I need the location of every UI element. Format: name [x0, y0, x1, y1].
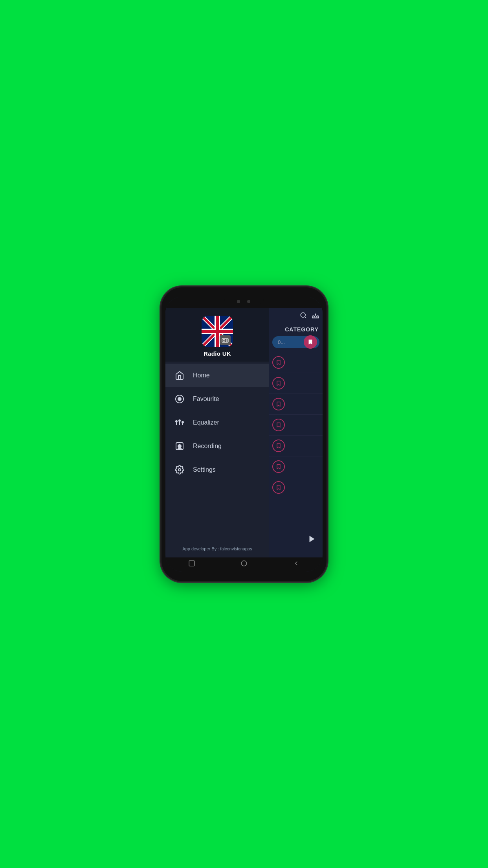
equalizer-icon — [173, 416, 186, 429]
bookmark-button-4[interactable] — [272, 419, 285, 431]
bookmark-button-3[interactable] — [272, 398, 285, 410]
bookmark-filled-icon — [308, 339, 313, 345]
app-content: Radio UK Home — [165, 308, 323, 557]
menu-item-recording[interactable]: REC Recording — [165, 434, 269, 458]
drawer-menu: Home Favourite — [165, 362, 269, 539]
recording-icon: REC — [173, 440, 186, 452]
play-icon — [308, 535, 316, 543]
menu-item-home[interactable]: Home — [165, 364, 269, 387]
camera-left — [237, 300, 240, 303]
nav-circle-button[interactable] — [240, 560, 248, 569]
svg-point-16 — [178, 397, 181, 401]
camera-right — [247, 300, 250, 303]
notch — [224, 297, 264, 304]
list-item — [269, 352, 323, 373]
phone-screen: Radio UK Home — [165, 297, 323, 572]
bottom-nav — [165, 557, 323, 572]
app-logo — [202, 316, 233, 347]
equalizer-label: Equalizer — [193, 419, 219, 426]
svg-point-20 — [176, 421, 177, 422]
svg-point-21 — [179, 420, 180, 421]
radio-icon-overlay — [220, 335, 231, 345]
play-button[interactable] — [305, 532, 319, 546]
bookmark-button-1[interactable] — [272, 356, 285, 369]
bookmark-button-6[interactable] — [272, 460, 285, 473]
list-item — [269, 456, 323, 477]
search-bar: 0... — [272, 336, 319, 348]
main-content: CATEGORY 0... — [269, 308, 323, 557]
list-item — [269, 394, 323, 415]
svg-point-11 — [223, 339, 225, 341]
home-label: Home — [193, 372, 210, 379]
crown-icon[interactable] — [312, 312, 319, 321]
drawer-header: Radio UK — [165, 308, 269, 362]
menu-item-equalizer[interactable]: Equalizer — [165, 411, 269, 434]
nav-back-button[interactable] — [293, 560, 300, 569]
list-area — [269, 351, 323, 557]
app-title: Radio UK — [204, 350, 231, 357]
bookmark-button-7[interactable] — [272, 481, 285, 494]
svg-point-27 — [301, 313, 305, 317]
footer-text: App developer By : falconvisionapps — [182, 546, 252, 551]
drawer-footer: App developer By : falconvisionapps — [165, 539, 269, 557]
radio-svg-icon — [222, 337, 229, 343]
recording-label: Recording — [193, 443, 222, 450]
svg-point-24 — [178, 445, 181, 448]
svg-point-26 — [178, 469, 181, 471]
main-header — [269, 308, 323, 325]
bookmark-button-5[interactable] — [272, 440, 285, 452]
svg-marker-30 — [310, 535, 315, 542]
menu-item-favourite[interactable]: Favourite — [165, 387, 269, 411]
settings-label: Settings — [193, 466, 216, 473]
list-item — [269, 373, 323, 394]
notch-bar — [165, 297, 323, 308]
favourite-icon — [173, 393, 186, 405]
nav-square-button[interactable] — [188, 560, 195, 569]
favourite-label: Favourite — [193, 395, 219, 403]
drawer: Radio UK Home — [165, 308, 269, 557]
svg-rect-9 — [202, 330, 233, 333]
category-label: CATEGORY — [285, 326, 319, 333]
svg-line-28 — [305, 316, 306, 318]
bookmark-button-2[interactable] — [272, 377, 285, 390]
svg-rect-31 — [189, 561, 194, 566]
home-icon — [173, 369, 186, 382]
active-bookmark-button[interactable] — [304, 335, 317, 349]
phone-frame: Radio UK Home — [161, 287, 327, 581]
settings-icon — [173, 463, 186, 476]
svg-point-32 — [241, 561, 247, 566]
svg-point-22 — [182, 421, 183, 423]
menu-item-settings[interactable]: Settings — [165, 458, 269, 482]
list-item — [269, 415, 323, 436]
svg-text:REC: REC — [178, 448, 182, 450]
search-icon[interactable] — [300, 312, 307, 321]
list-item — [269, 477, 323, 498]
list-item — [269, 436, 323, 456]
